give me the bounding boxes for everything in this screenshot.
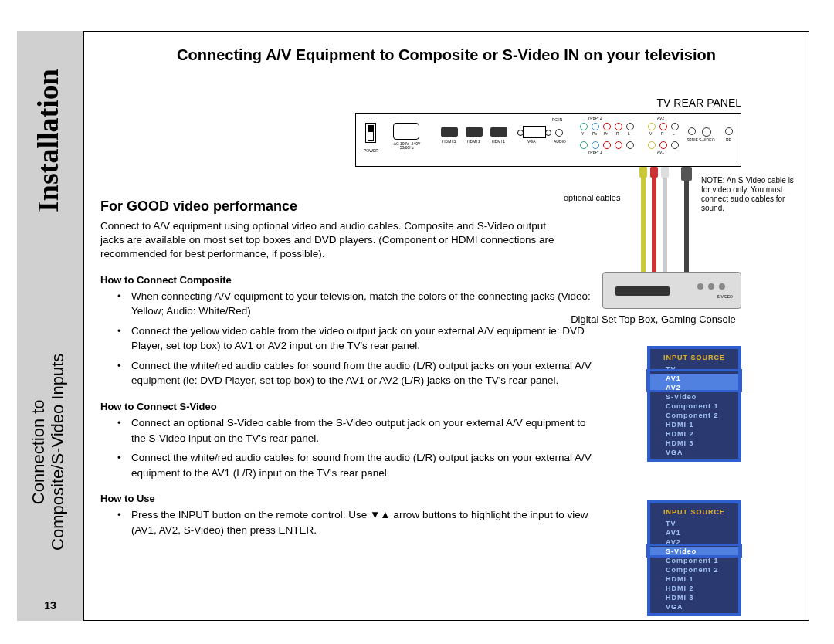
stb-tiny-label: S-VIDEO [717, 294, 733, 299]
plug-red [650, 167, 658, 178]
jack-pb1 [592, 141, 599, 149]
vga-port-icon [523, 126, 546, 138]
menu2-item-comp1: Component 1 [650, 556, 738, 565]
menu2-item-hdmi1: HDMI 1 [650, 575, 738, 584]
pc-audio-jack-icon [555, 129, 563, 137]
ac-inlet-icon [393, 123, 419, 140]
svideo-jack [702, 127, 711, 137]
stb-jack2 [708, 283, 714, 290]
jack-av2-l [671, 123, 679, 130]
menu1-item-comp2: Component 2 [650, 411, 738, 420]
r2-label: R [661, 132, 664, 136]
menu1-item-av1: AV1 [650, 374, 738, 383]
hdmi1-port-icon [490, 127, 507, 137]
jack-pr2 [603, 123, 611, 130]
vga-label: VGA [527, 140, 536, 144]
ypbpr1-label: YPbPr 1 [588, 151, 602, 154]
ac-label: AC 100V~240V 50/60Hz [390, 142, 424, 150]
svideo-note: NOTE: An S-Video cable is for video only… [701, 176, 794, 213]
hdmi3-label: HDMI 3 [442, 140, 456, 144]
plug-svideo [681, 167, 692, 181]
menu2-item-av2: AV2 [650, 537, 738, 547]
ypbpr2-label: YPbPr 2 [588, 117, 602, 120]
section-line2: Composite/S-Video Inputs [48, 354, 67, 551]
list-item: Connect the white/red audio cables for s… [117, 450, 595, 480]
menu2-item-vga: VGA [650, 602, 738, 612]
menu1-header: INPUT SOURCE [650, 352, 738, 364]
jack-r2 [615, 123, 622, 130]
jack-y2 [580, 123, 588, 130]
l-label: L [628, 132, 630, 136]
rf-label: RF [726, 138, 731, 142]
optional-cables-label: optional cables [564, 193, 620, 202]
jack-pb2 [592, 123, 599, 130]
power-switch-icon [365, 123, 376, 143]
menu2-header: INPUT SOURCE [650, 507, 738, 519]
list-item: Connect an optional S-Video cable from t… [117, 415, 595, 446]
list-item: Connect the white/red audio cables for s… [117, 358, 595, 388]
y-label: Y [581, 132, 584, 136]
menu1-item-tv: TV [650, 364, 738, 374]
power-label: POWER [364, 149, 378, 153]
hdmi2-label: HDMI 2 [467, 140, 480, 144]
hdmi2-port-icon [466, 127, 483, 137]
plug-yellow [639, 167, 647, 178]
input-source-menu-2: INPUT SOURCE TV AV1 AV2 S-Video Componen… [647, 500, 741, 616]
list-item: When connecting A/V equipment to your te… [117, 289, 595, 319]
l2-label: L [673, 132, 675, 136]
menu1-item-comp1: Component 1 [650, 402, 738, 411]
stb-slot-icon [615, 286, 670, 296]
jack-av1-v [648, 141, 656, 149]
section-heading: Connection to Composite/S-Video Inputs [29, 320, 68, 583]
pcin-label: PC IN [552, 118, 562, 122]
section-line1: Connection to [29, 399, 48, 504]
jack-av1-l [671, 141, 679, 149]
input-source-menu-1: INPUT SOURCE TV AV1 AV2 S-Video Componen… [647, 346, 741, 462]
plug-white [661, 167, 669, 178]
menu2-item-tv: TV [650, 519, 738, 528]
rear-panel-label: TV REAR PANEL [657, 97, 741, 109]
menu1-item-hdmi1: HDMI 1 [650, 420, 738, 429]
stb-jack3 [697, 283, 703, 290]
jack-y1 [580, 141, 588, 149]
tv-rear-panel-diagram: POWER AC 100V~240V 50/60Hz HDMI 3 HDMI 2… [355, 113, 741, 167]
menu1-item-hdmi3: HDMI 3 [650, 439, 738, 448]
jack-av2-v [648, 123, 656, 130]
pr-label: Pr [604, 132, 608, 136]
menu2-item-svideo: S-Video [650, 547, 738, 556]
jack-av2-r [659, 123, 667, 130]
rf-jack [725, 127, 733, 135]
sidebar: Installation Connection to Composite/S-V… [17, 31, 83, 621]
menu1-item-svideo: S-Video [650, 392, 738, 402]
spdif-jack [688, 127, 696, 135]
menu1-item-av2: AV2 [650, 383, 738, 392]
jack-pr1 [603, 141, 611, 149]
av2-label: AV2 [657, 117, 664, 120]
svideo-list: Connect an optional S-Video cable from t… [100, 415, 595, 480]
audio-label: AUDIO [554, 140, 566, 144]
list-item: Press the INPUT button on the remote con… [117, 507, 595, 537]
menu2-item-hdmi2: HDMI 2 [650, 584, 738, 593]
menu1-item-hdmi2: HDMI 2 [650, 429, 738, 439]
hdmi3-port-icon [441, 127, 458, 137]
cable-red [652, 178, 656, 272]
pb-label: Pb [592, 132, 597, 136]
r-label: R [616, 132, 619, 136]
menu2-item-hdmi3: HDMI 3 [650, 593, 738, 602]
jack-l2 [626, 123, 634, 130]
cable-svideo [684, 181, 689, 272]
page-number: 13 [17, 599, 83, 612]
intro-paragraph: Connect to A/V equipment using optional … [100, 219, 571, 262]
av1-label: AV1 [657, 151, 664, 154]
jack-av1-r [659, 141, 667, 149]
spdif-label: SPDIF [687, 138, 698, 142]
howtouse-list: Press the INPUT button on the remote con… [100, 507, 595, 537]
jack-l1 [626, 141, 634, 149]
menu2-item-av1: AV1 [650, 528, 738, 537]
menu2-item-comp2: Component 2 [650, 565, 738, 575]
cable-yellow [641, 178, 646, 272]
chapter-heading: Installation [31, 32, 65, 249]
menu1-item-vga: VGA [650, 448, 738, 457]
jack-r1 [615, 141, 622, 149]
hdmi1-label: HDMI 1 [492, 140, 505, 144]
